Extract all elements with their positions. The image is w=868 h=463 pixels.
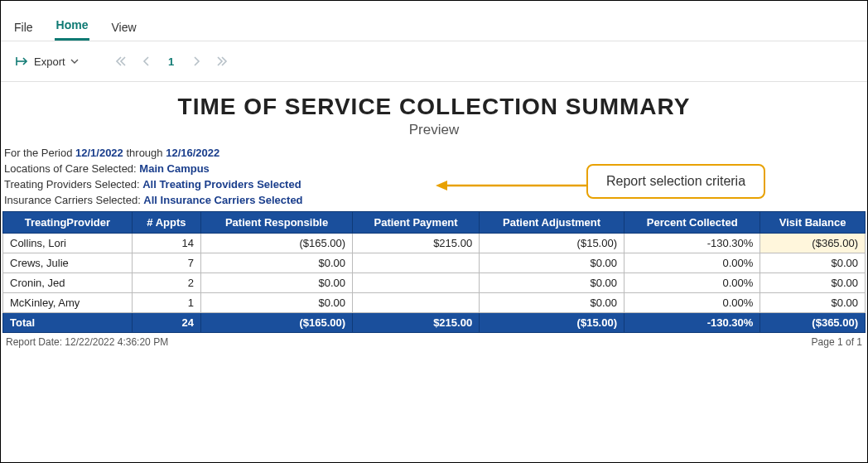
table-cell: 1 <box>132 293 200 313</box>
col-percent: Percent Collected <box>624 212 760 234</box>
table-cell: $0.00 <box>201 253 353 273</box>
current-page: 1 <box>165 55 178 68</box>
toolbar: Export 1 <box>1 41 867 82</box>
last-page-button[interactable] <box>216 56 228 66</box>
table-cell: $0.00 <box>760 253 866 273</box>
table-total-cell: $215.00 <box>353 313 480 333</box>
table-total-cell: ($15.00) <box>480 313 624 333</box>
table-row: Collins, Lori14($165.00)$215.00($15.00)-… <box>3 234 866 253</box>
table-total-cell: Total <box>3 313 133 333</box>
menu-file[interactable]: File <box>12 16 35 41</box>
table-cell: $0.00 <box>480 253 624 273</box>
table-cell: $0.00 <box>760 293 866 313</box>
table-cell: $0.00 <box>201 273 353 293</box>
table-cell: $0.00 <box>480 293 624 313</box>
table-cell: 14 <box>132 234 200 253</box>
table-cell: -130.30% <box>624 234 760 253</box>
col-provider: TreatingProvider <box>3 212 133 234</box>
report-footer: Report Date: 12/22/2022 4:36:20 PM Page … <box>1 333 867 351</box>
table-cell: ($165.00) <box>201 234 353 253</box>
col-appts: # Appts <box>132 212 200 234</box>
table-cell: $215.00 <box>353 234 480 253</box>
col-balance: Visit Balance <box>760 212 866 234</box>
table-cell: ($15.00) <box>480 234 624 253</box>
table-cell: ($365.00) <box>760 234 866 253</box>
next-page-button[interactable] <box>193 56 201 66</box>
export-icon <box>16 55 29 67</box>
report-subtitle: Preview <box>1 122 867 138</box>
menu-view[interactable]: View <box>109 16 137 41</box>
table-row: Cronin, Jed2$0.00$0.000.00%$0.00 <box>3 273 866 293</box>
col-adjustment: Patient Adjustment <box>480 212 624 234</box>
table-cell: 0.00% <box>624 273 760 293</box>
export-button[interactable]: Export <box>9 52 85 71</box>
table-cell <box>353 273 480 293</box>
export-label: Export <box>34 55 65 68</box>
table-cell: Crews, Julie <box>3 253 133 273</box>
page-indicator: Page 1 of 1 <box>812 336 862 348</box>
table-cell: Collins, Lori <box>3 234 133 253</box>
menu-home[interactable]: Home <box>55 13 90 41</box>
table-total-row: Total24($165.00)$215.00($15.00)-130.30%(… <box>3 313 866 333</box>
table-cell: $0.00 <box>201 293 353 313</box>
col-responsible: Patient Responsible <box>201 212 353 234</box>
report: TIME OF SERVICE COLLECTION SUMMARY Previ… <box>1 82 867 351</box>
table-total-cell: -130.30% <box>624 313 760 333</box>
col-payment: Patient Payment <box>353 212 480 234</box>
table-cell: 7 <box>132 253 200 273</box>
table-total-cell: ($365.00) <box>760 313 866 333</box>
table-cell: 0.00% <box>624 253 760 273</box>
table-cell: McKinley, Amy <box>3 293 133 313</box>
criteria-period: For the Period 12/1/2022 through 12/16/2… <box>4 147 864 159</box>
table-cell: $0.00 <box>480 273 624 293</box>
page-navigation: 1 <box>115 55 228 68</box>
table-total-cell: ($165.00) <box>201 313 353 333</box>
annotation-callout: Report selection criteria <box>586 164 765 199</box>
table-row: McKinley, Amy1$0.00$0.000.00%$0.00 <box>3 293 866 313</box>
table-cell: Cronin, Jed <box>3 273 133 293</box>
table-row: Crews, Julie7$0.00$0.000.00%$0.00 <box>3 253 866 273</box>
table-cell <box>353 253 480 273</box>
menu-bar: File Home View <box>1 1 867 41</box>
prev-page-button[interactable] <box>142 56 150 66</box>
report-table: TreatingProvider # Appts Patient Respons… <box>2 211 866 333</box>
chevron-down-icon <box>70 57 79 65</box>
table-total-cell: 24 <box>132 313 200 333</box>
table-cell: 2 <box>132 273 200 293</box>
report-date: Report Date: 12/22/2022 4:36:20 PM <box>6 336 168 348</box>
first-page-button[interactable] <box>115 56 127 66</box>
table-cell: 0.00% <box>624 293 760 313</box>
report-title: TIME OF SERVICE COLLECTION SUMMARY <box>1 94 867 120</box>
table-cell <box>353 293 480 313</box>
table-cell: $0.00 <box>760 273 866 293</box>
